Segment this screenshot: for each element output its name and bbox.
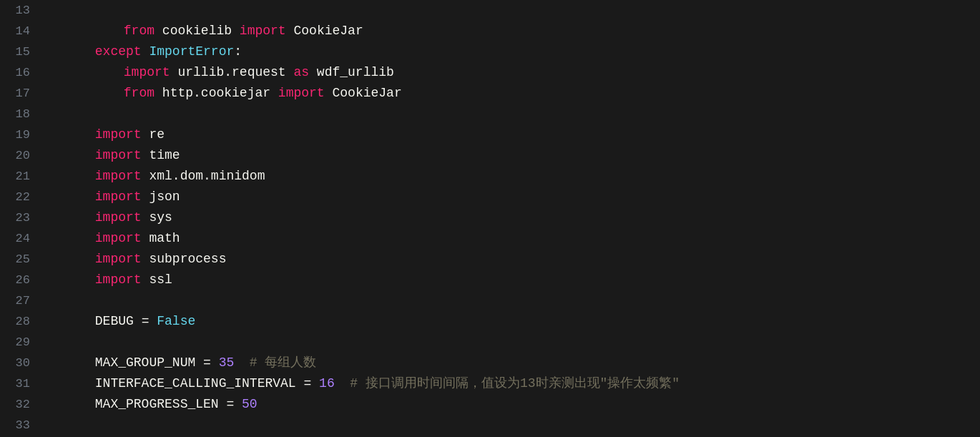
code-line-28 [49, 311, 980, 332]
line-num-22: 22 [6, 187, 30, 207]
line-num-33: 33 [6, 415, 30, 436]
code-line-31: MAX_PROGRESS_LEN = 50 [49, 373, 980, 394]
line-num-14: 14 [6, 21, 30, 41]
line-num-19: 19 [6, 124, 30, 145]
line-num-30: 30 [6, 353, 30, 373]
line-num-15: 15 [6, 41, 30, 62]
code-line-33: QRImagePath = os.path.join(os.getcwd(), … [49, 415, 980, 436]
line-num-32: 32 [6, 394, 30, 415]
code-line-20: import xml.dom.minidom [49, 145, 980, 166]
code-line-22: import sys [49, 187, 980, 207]
code-line-18: import re [49, 104, 980, 124]
code-line-24: import subprocess [49, 228, 980, 249]
line-num-27: 27 [6, 290, 30, 311]
line-num-20: 20 [6, 145, 30, 166]
code-line-26 [49, 270, 980, 290]
code-line-19: import time [49, 124, 980, 145]
code-line-16: from http.cookiejar import CookieJar [49, 62, 980, 83]
code-editor: 13 14 15 16 17 18 19 20 21 22 23 24 25 2… [0, 0, 980, 437]
line-num-26: 26 [6, 270, 30, 290]
code-line-15: import urllib.request as wdf_urllib [49, 41, 980, 62]
line-numbers: 13 14 15 16 17 18 19 20 21 22 23 24 25 2… [0, 0, 41, 437]
code-line-14: except ImportError: [49, 21, 980, 41]
line-num-21: 21 [6, 166, 30, 187]
code-line-21: import json [49, 166, 980, 187]
code-line-29: MAX_GROUP_NUM = 35 # 每组人数 [49, 332, 980, 353]
line-num-16: 16 [6, 62, 30, 83]
line-num-31: 31 [6, 373, 30, 394]
line-num-24: 24 [6, 228, 30, 249]
line-num-23: 23 [6, 207, 30, 228]
code-line-13: from cookielib import CookieJar [49, 0, 980, 21]
code-content[interactable]: from cookielib import CookieJar except I… [41, 0, 980, 437]
code-line-27: DEBUG = False [49, 290, 980, 311]
code-line-17 [49, 83, 980, 104]
code-line-32 [49, 394, 980, 415]
line-num-29: 29 [6, 332, 30, 353]
code-line-25: import ssl [49, 249, 980, 270]
code-line-30: INTERFACE_CALLING_INTERVAL = 16 # 接口调用时间… [49, 353, 980, 373]
line-num-17: 17 [6, 83, 30, 104]
line-num-13: 13 [6, 0, 30, 21]
line-num-28: 28 [6, 311, 30, 332]
line-num-18: 18 [6, 104, 30, 124]
line-num-25: 25 [6, 249, 30, 270]
code-line-23: import math [49, 207, 980, 228]
